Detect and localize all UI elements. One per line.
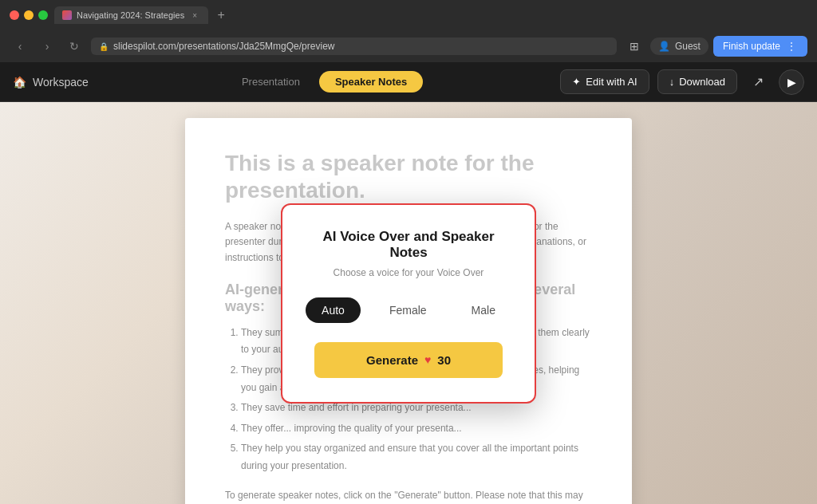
main-content: This is a speaker note for the presentat… [0, 102, 817, 504]
heart-icon: ♥ [424, 353, 431, 366]
browser-tab[interactable]: Navigating 2024: Strategies × [54, 6, 208, 24]
new-tab-button[interactable]: + [211, 6, 231, 25]
credits-count: 30 [437, 353, 451, 367]
tab-close-button[interactable]: × [189, 10, 200, 21]
guest-label: Guest [675, 41, 701, 52]
finish-update-button[interactable]: Finish update ⋮ [713, 36, 807, 57]
finish-update-dots-icon: ⋮ [785, 40, 798, 53]
edit-with-ai-button[interactable]: ✦ Edit with AI [560, 69, 649, 94]
tab-favicon [62, 10, 72, 20]
tab-title: Navigating 2024: Strategies [77, 10, 184, 20]
title-bar: Navigating 2024: Strategies × + [0, 0, 817, 30]
download-icon: ↓ [669, 76, 675, 88]
voice-option-auto[interactable]: Auto [306, 297, 361, 323]
modal-overlay: AI Voice Over and Speaker Notes Choose a… [0, 102, 817, 504]
modal-subtitle: Choose a voice for your Voice Over [314, 267, 503, 278]
back-button[interactable]: ‹ [10, 36, 30, 57]
play-button[interactable]: ▶ [779, 69, 804, 95]
lock-icon: 🔒 [99, 42, 109, 51]
app-header: 🏠 Workspace Presentation Speaker Notes ✦… [0, 62, 817, 102]
download-button[interactable]: ↓ Download [657, 69, 737, 94]
refresh-button[interactable]: ↻ [64, 36, 85, 57]
nav-right: ⊞ 👤 Guest Finish update ⋮ [623, 35, 807, 57]
edit-ai-label: Edit with AI [586, 76, 637, 88]
voice-option-male[interactable]: Male [456, 297, 511, 323]
browser-chrome: Navigating 2024: Strategies × + ‹ › ↻ 🔒 … [0, 0, 817, 62]
forward-button[interactable]: › [37, 36, 57, 57]
traffic-light-red[interactable] [10, 10, 19, 20]
traffic-light-yellow[interactable] [24, 10, 34, 20]
generate-button[interactable]: Generate ♥ 30 [314, 342, 503, 378]
address-bar[interactable]: 🔒 slidespilot.com/presentations/Jda25Mmg… [91, 37, 617, 55]
download-label: Download [679, 76, 725, 88]
tab-bar: Navigating 2024: Strategies × + [54, 6, 807, 25]
voice-option-female[interactable]: Female [373, 297, 443, 323]
header-actions: ✦ Edit with AI ↓ Download ↗ ▶ [560, 69, 804, 95]
workspace-link[interactable]: 🏠 Workspace [13, 76, 89, 89]
sidebar-toggle-icon[interactable]: ⊞ [623, 35, 645, 57]
finish-update-label: Finish update [723, 41, 780, 52]
guest-button[interactable]: 👤 Guest [650, 37, 708, 55]
workspace-label: Workspace [33, 76, 89, 89]
nav-bar: ‹ › ↻ 🔒 slidespilot.com/presentations/Jd… [0, 30, 817, 62]
tab-presentation[interactable]: Presentation [226, 71, 316, 93]
header-tabs: Presentation Speaker Notes [89, 71, 561, 93]
share-button[interactable]: ↗ [745, 69, 771, 95]
voice-options: Auto Female Male [314, 297, 503, 323]
modal-title: AI Voice Over and Speaker Notes [314, 229, 503, 261]
tab-speaker-notes[interactable]: Speaker Notes [319, 71, 423, 93]
edit-ai-icon: ✦ [572, 76, 581, 88]
traffic-light-green[interactable] [38, 10, 48, 20]
voice-over-modal: AI Voice Over and Speaker Notes Choose a… [281, 203, 536, 404]
generate-label: Generate [366, 353, 418, 367]
guest-icon: 👤 [658, 41, 670, 52]
url-text: slidespilot.com/presentations/Jda25MmgQe… [113, 41, 334, 52]
home-icon: 🏠 [13, 76, 26, 89]
traffic-lights [10, 10, 48, 20]
